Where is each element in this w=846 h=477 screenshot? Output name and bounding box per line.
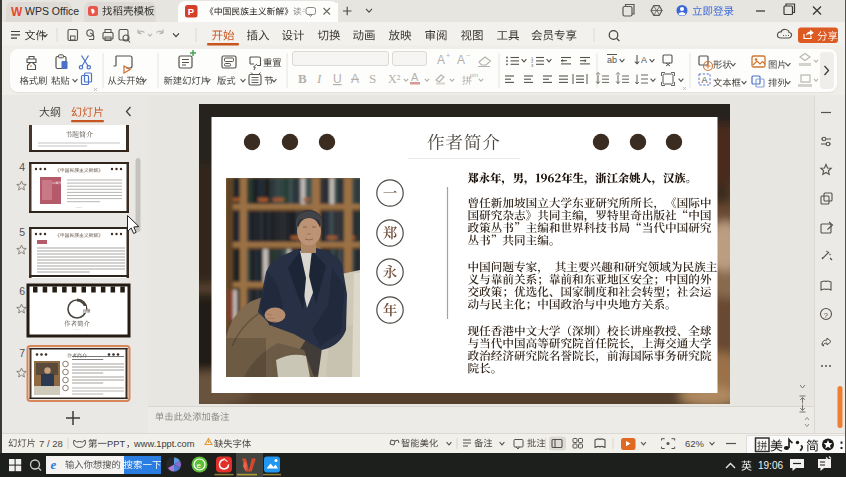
svg-text:P: P [188, 6, 195, 17]
svg-text:A: A [641, 55, 647, 65]
svg-text:A: A [411, 71, 419, 83]
svg-text:?: ? [824, 311, 829, 320]
svg-text:pin: pin [470, 72, 478, 78]
svg-text:W: W [11, 5, 23, 19]
svg-text:I: I [316, 71, 322, 86]
svg-text:3: 3 [531, 63, 534, 68]
svg-text:U: U [333, 72, 342, 86]
svg-text:X²: X² [388, 72, 401, 86]
svg-text:B: B [298, 71, 307, 86]
svg-text:19:06: 19:06 [758, 460, 783, 471]
svg-text:www.1ppt.com: www.1ppt.com [133, 439, 195, 449]
svg-text:A: A [437, 53, 445, 67]
svg-text:e: e [51, 457, 57, 472]
svg-text:A: A [351, 72, 359, 86]
svg-text:PPT: PPT [107, 439, 125, 449]
svg-text:7: 7 [19, 347, 25, 359]
svg-text:A: A [702, 75, 708, 85]
svg-text:A: A [457, 53, 465, 67]
svg-text:62%: 62% [685, 438, 705, 449]
svg-text:6: 6 [19, 285, 25, 297]
svg-text:−: − [466, 52, 470, 59]
svg-text:ab: ab [607, 55, 617, 65]
svg-text:S: S [369, 71, 376, 86]
svg-text:5: 5 [19, 226, 25, 238]
svg-text:7 / 28: 7 / 28 [39, 438, 63, 449]
svg-text:+: + [446, 52, 450, 59]
svg-text:4: 4 [19, 161, 25, 173]
svg-text:e: e [197, 461, 202, 470]
